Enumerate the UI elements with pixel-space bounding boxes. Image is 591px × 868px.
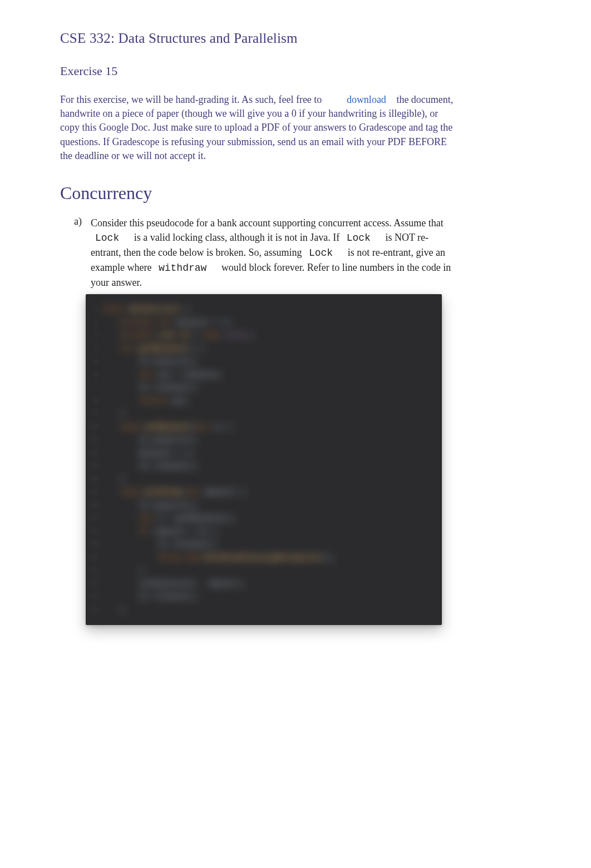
line-number: 16	[86, 499, 101, 513]
line-number: 22	[86, 578, 101, 591]
line-number: 3	[86, 329, 101, 343]
line-number: 20	[86, 552, 101, 565]
exercise-title: Exercise 15	[60, 64, 455, 78]
code-line: setBalance(b - amount);	[101, 578, 442, 591]
code-line: lk.acquire();	[101, 499, 442, 513]
inline-code-lock-1: Lock	[91, 232, 131, 244]
line-number: 23	[86, 591, 101, 604]
code-gutter: 123456789101112131415161718192021222324	[86, 294, 101, 625]
code-line: }	[101, 604, 442, 617]
document-content: CSE 332: Data Structures and Parallelism…	[60, 31, 455, 625]
code-line: class BankAccount {	[101, 303, 442, 316]
line-number: 7	[86, 381, 101, 395]
code-line: int ans = balance;	[101, 369, 442, 382]
line-number: 1	[86, 303, 101, 316]
inline-code-withdraw: withdraw	[154, 262, 219, 274]
section-title: Concurrency	[60, 183, 455, 204]
code-line: private Lock lk = new Lock();	[101, 329, 442, 343]
question-a: a) Consider this pseudocode for a bank a…	[74, 216, 455, 290]
intro-paragraph: For this exercise, we will be hand-gradi…	[60, 93, 455, 163]
line-number: 17	[86, 512, 101, 525]
code-line: balance = x;	[101, 447, 442, 460]
code-line: if (amount > b) {	[101, 525, 442, 539]
download-link[interactable]: download	[347, 94, 386, 105]
line-number: 8	[86, 395, 101, 408]
document-page: CSE 332: Data Structures and Parallelism…	[0, 0, 591, 868]
code-line: lk.release();	[101, 381, 442, 395]
code-line: void withdraw(int amount) {	[101, 486, 442, 499]
code-line: }	[101, 564, 442, 578]
line-number: 6	[86, 369, 101, 382]
course-title: CSE 332: Data Structures and Parallelism	[60, 31, 455, 46]
inline-code-lock-3: Lock	[304, 247, 345, 259]
code-line: lk.release();	[101, 538, 442, 552]
question-body: Consider this pseudocode for a bank acco…	[91, 216, 455, 290]
line-number: 24	[86, 604, 101, 617]
code-area: class BankAccount { private int balance …	[101, 294, 442, 625]
line-number: 9	[86, 408, 101, 421]
code-line: lk.acquire();	[101, 355, 442, 369]
question-marker: a)	[74, 216, 91, 290]
line-number: 18	[86, 525, 101, 539]
code-line: int getBalance() {	[101, 343, 442, 356]
code-line: void setBalance(int x) {	[101, 421, 442, 434]
line-number: 2	[86, 316, 101, 330]
line-number: 21	[86, 564, 101, 578]
code-line: }	[101, 473, 442, 487]
code-line: lk.release();	[101, 460, 442, 473]
line-number: 12	[86, 447, 101, 460]
line-number: 5	[86, 355, 101, 369]
code-block-blurred: 123456789101112131415161718192021222324 …	[86, 294, 442, 625]
line-number: 14	[86, 473, 101, 487]
line-number: 15	[86, 486, 101, 499]
line-number: 11	[86, 434, 101, 447]
code-line: lk.release();	[101, 591, 442, 604]
line-number: 13	[86, 460, 101, 473]
question-text-2: is a valid locking class, although it is…	[134, 232, 342, 243]
code-line: throw new WithdrawTooLargeException();	[101, 552, 442, 565]
inline-code-lock-2: Lock	[342, 232, 383, 244]
code-line: return ans;	[101, 395, 442, 408]
code-line: }	[101, 408, 442, 421]
code-line: private int balance = 0;	[101, 316, 442, 330]
question-text-1: Consider this pseudocode for a bank acco…	[91, 217, 444, 229]
code-line: int b = getBalance();	[101, 512, 442, 525]
code-line: lk.acquire();	[101, 434, 442, 447]
line-number: 10	[86, 421, 101, 434]
line-number: 19	[86, 538, 101, 552]
line-number: 4	[86, 343, 101, 356]
intro-text-1: For this exercise, we will be hand-gradi…	[60, 94, 324, 105]
